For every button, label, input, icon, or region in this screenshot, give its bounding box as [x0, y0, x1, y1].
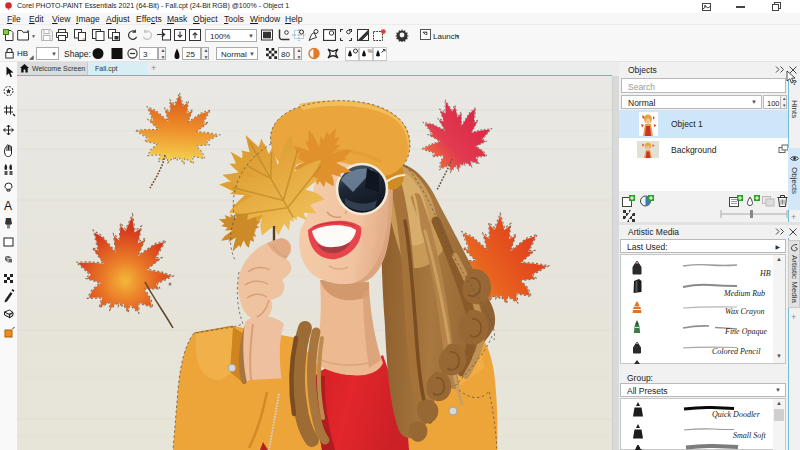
- svg-text:A: A: [4, 199, 12, 213]
- svg-text:u: u: [83, 36, 86, 42]
- svg-text:%: %: [368, 48, 373, 54]
